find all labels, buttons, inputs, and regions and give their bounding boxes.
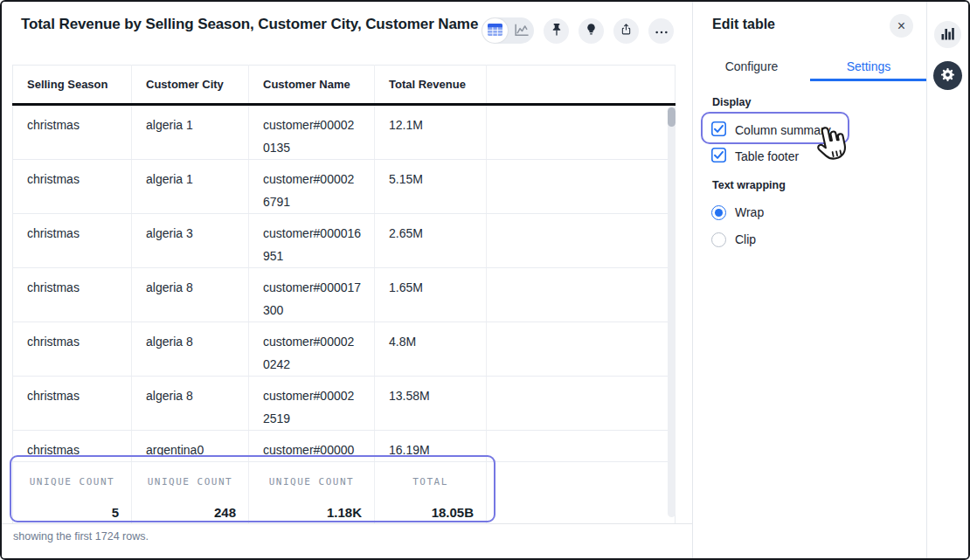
summary-cell[interactable]: UNIQUE COUNT 1.18K (249, 462, 375, 525)
cell[interactable]: 16.19M (375, 431, 487, 462)
cell[interactable]: algeria 8 (132, 377, 249, 431)
table-row: christmas argentina0 customer#00000 16.1… (13, 431, 676, 462)
summary-value: 248 (144, 501, 236, 524)
table-row: christmas algeria 8 customer#00002 2519 … (13, 377, 676, 431)
wrap-option[interactable]: Wrap (711, 204, 764, 221)
table-scrollbar[interactable] (668, 107, 676, 517)
radio-selected-icon[interactable] (711, 205, 726, 220)
bar-chart-icon (941, 27, 955, 43)
share-button[interactable] (613, 18, 639, 44)
summary-cell[interactable]: UNIQUE COUNT 248 (132, 462, 249, 525)
cell[interactable]: christmas (13, 105, 132, 160)
cell[interactable]: customer#000016 951 (249, 214, 375, 268)
data-table: Selling Season Customer City Customer Na… (12, 65, 675, 525)
cell[interactable]: 4.8M (375, 322, 487, 377)
cell[interactable]: christmas (13, 214, 132, 268)
cell-empty[interactable] (487, 431, 676, 462)
chart-element-button[interactable] (934, 21, 961, 48)
cell-empty[interactable] (487, 214, 676, 268)
row-count-status: showing the first 1724 rows. (13, 530, 149, 543)
clip-label: Clip (735, 232, 756, 246)
summary-label: UNIQUE COUNT (25, 471, 119, 494)
app-window: Total Revenue by Selling Season, Custome… (0, 0, 970, 560)
status-bar: showing the first 1724 rows. (2, 523, 692, 558)
cell[interactable]: christmas (13, 322, 132, 377)
scrollbar-thumb[interactable] (668, 107, 676, 127)
cell-empty[interactable] (487, 322, 676, 377)
cell[interactable]: customer#000017 300 (249, 268, 375, 322)
cell[interactable]: 2.65M (375, 214, 487, 268)
right-rail (926, 2, 968, 558)
display-section-label: Display (712, 96, 751, 108)
column-header-customer-city[interactable]: Customer City (132, 66, 249, 105)
table-footer-option[interactable]: Table footer (711, 148, 799, 165)
radio-unselected-icon[interactable] (711, 232, 726, 247)
cell[interactable]: algeria 8 (132, 322, 249, 377)
table-row: christmas algeria 1 customer#00002 0135 … (13, 105, 676, 160)
summary-label: UNIQUE COUNT (261, 471, 362, 494)
summary-cell[interactable]: UNIQUE COUNT 5 (13, 462, 132, 525)
cell-empty[interactable] (487, 462, 676, 525)
clip-option[interactable]: Clip (711, 231, 756, 248)
chart-view-icon (512, 22, 530, 40)
summary-label: UNIQUE COUNT (144, 471, 236, 494)
column-header-total-revenue[interactable]: Total Revenue (375, 66, 487, 105)
cell[interactable]: christmas (13, 431, 132, 462)
cell[interactable]: customer#00002 2519 (249, 377, 375, 431)
table-row: christmas algeria 3 customer#000016 951 … (13, 214, 676, 268)
pin-button[interactable] (544, 18, 569, 44)
lightbulb-icon (584, 21, 599, 41)
summary-label: TOTAL (387, 471, 474, 494)
cell-empty[interactable] (487, 105, 676, 160)
page-title: Total Revenue by Selling Season, Custome… (21, 16, 478, 33)
panel-title: Edit table (712, 17, 775, 32)
share-icon (619, 21, 634, 40)
cell[interactable]: algeria 1 (132, 160, 249, 214)
cell[interactable]: customer#00000 (249, 431, 375, 462)
element-toolbar (482, 17, 674, 44)
more-button[interactable] (648, 18, 674, 44)
summary-value: 18.05B (387, 501, 474, 524)
cell[interactable]: 5.15M (375, 160, 487, 214)
table-row: christmas algeria 8 customer#000017 300 … (13, 268, 676, 322)
cell[interactable]: algeria 3 (132, 214, 249, 268)
table-footer-label: Table footer (735, 149, 799, 163)
gear-icon (939, 66, 957, 86)
cell[interactable]: algeria 8 (132, 268, 249, 322)
cell[interactable]: argentina0 (132, 431, 249, 462)
lightbulb-button[interactable] (579, 18, 604, 44)
cell[interactable]: 13.58M (375, 377, 487, 431)
main-area: Total Revenue by Selling Season, Custome… (2, 2, 692, 558)
cell[interactable]: algeria 1 (132, 105, 249, 160)
column-header-empty[interactable] (487, 66, 676, 105)
table-view-button[interactable] (482, 18, 508, 43)
active-tab-indicator (810, 79, 927, 81)
cell[interactable]: christmas (13, 160, 132, 214)
summary-value: 5 (25, 501, 119, 524)
wrap-label: Wrap (735, 205, 764, 219)
tab-settings[interactable]: Settings (810, 54, 927, 81)
cell-empty[interactable] (487, 377, 676, 431)
close-panel-button[interactable]: × (890, 14, 913, 38)
summary-cell[interactable]: TOTAL 18.05B (375, 462, 487, 525)
chart-view-button[interactable] (508, 18, 533, 43)
column-header-selling-season[interactable]: Selling Season (13, 66, 132, 105)
checkbox-checked-icon[interactable] (711, 148, 726, 166)
view-toggle (482, 17, 534, 44)
cell[interactable]: customer#00002 0242 (249, 322, 375, 377)
text-wrapping-section-label: Text wrapping (712, 179, 786, 191)
checkbox-checked-icon[interactable] (711, 121, 726, 140)
header-row: Selling Season Customer City Customer Na… (13, 66, 676, 105)
column-summary-option[interactable]: Column summary (711, 121, 831, 139)
cell[interactable]: 1.65M (375, 268, 487, 322)
cell[interactable]: 12.1M (375, 105, 487, 160)
settings-button[interactable] (933, 61, 962, 90)
cell[interactable]: christmas (13, 377, 132, 431)
cell[interactable]: christmas (13, 268, 132, 322)
cell[interactable]: customer#00002 0135 (249, 105, 375, 160)
cell-empty[interactable] (487, 160, 676, 214)
tab-configure[interactable]: Configure (693, 54, 810, 81)
cell-empty[interactable] (487, 268, 676, 322)
column-header-customer-name[interactable]: Customer Name (249, 66, 375, 105)
cell[interactable]: customer#00002 6791 (249, 160, 375, 214)
